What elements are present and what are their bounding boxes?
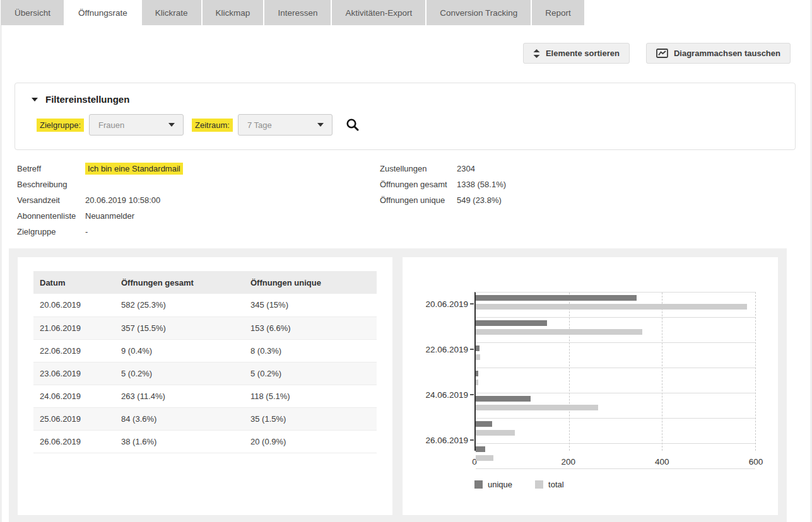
detail-value: 2304 (457, 164, 475, 173)
bar-total (476, 304, 747, 310)
bar-unique (476, 295, 637, 301)
swap-chart-axes-button[interactable]: Diagrammachsen tauschen (646, 43, 791, 64)
bar-unique (476, 446, 485, 452)
swap-chart-axes-label: Diagrammachsen tauschen (674, 49, 780, 58)
table-cell: 5 (0.2%) (244, 362, 377, 385)
chart-group-24-06-2019 (476, 396, 755, 419)
tab-bersicht[interactable]: Übersicht (1, 0, 64, 25)
chevron-down-icon (317, 123, 324, 127)
detail-value: 20.06.2019 10:58:00 (85, 195, 160, 205)
detail-row-abonnentenliste: AbonnentenlisteNeuanmelder (17, 208, 811, 224)
detail-label: Versandzeit (17, 195, 85, 205)
bar-total (476, 329, 642, 335)
chart-group-23-06-2019 (476, 371, 755, 393)
sort-elements-label: Elemente sortieren (546, 49, 620, 58)
table-cell: 21.06.2019 (33, 316, 115, 339)
tab-conversion-tracking[interactable]: Conversion Tracking (427, 0, 531, 25)
mailing-details: BetreffIch bin eine StandardmailBeschrei… (1, 161, 811, 240)
table-cell: 26.06.2019 (33, 430, 115, 453)
tab-interessen[interactable]: Interessen (264, 0, 331, 25)
ytick-label: 24.06.2019 (403, 390, 468, 400)
table-row: 24.06.2019263 (11.4%)118 (5.1%) (33, 385, 377, 407)
bar-unique (476, 345, 480, 351)
table-cell: 22.06.2019 (33, 339, 115, 362)
detail-value: - (85, 227, 88, 236)
search-button[interactable] (346, 118, 360, 132)
ytick-label: 26.06.2019 (403, 436, 468, 445)
chart-group-25-06-2019 (476, 421, 755, 444)
detail-label: Öffnungen unique (380, 195, 457, 205)
bar-total (476, 354, 480, 360)
table-row: 21.06.2019357 (15.5%)153 (6.6%) (33, 316, 377, 339)
detail-label: Betreff (17, 164, 85, 173)
ytick-mark (470, 394, 474, 395)
legend-label: unique (488, 480, 512, 489)
chart-group-26-06-2019 (476, 446, 755, 469)
ytick-mark (470, 349, 474, 350)
legend-swatch (535, 480, 543, 489)
filter-collapse-toggle[interactable]: Filtereinstellungen (32, 94, 795, 105)
ytick-mark (470, 303, 474, 304)
table-header-row: DatumÖffnungen gesamtÖffnungen unique (33, 271, 377, 294)
table-cell: 35 (1.5%) (244, 407, 377, 430)
tab-klickrate[interactable]: Klickrate (142, 0, 201, 25)
table-cell: 153 (6.6%) (244, 316, 377, 339)
detail-label: Beschreibung (17, 180, 85, 189)
chart-group-22-06-2019 (476, 345, 755, 368)
bar-total (476, 430, 515, 436)
chart-plot: 20.06.201922.06.201924.06.201926.06.2019 (474, 292, 756, 451)
toolbar: Elemente sortieren Diagrammachsen tausch… (1, 43, 791, 64)
tab-bar: ÜbersichtÖffnungsrateKlickrateKlickmapIn… (1, 0, 811, 25)
tab-ffnungsrate[interactable]: Öffnungsrate (65, 0, 141, 25)
table-cell: 8 (0.3%) (244, 339, 377, 362)
detail-row-ffnungen-gesamt: Öffnungen gesamt1338 (58.1%) (380, 177, 506, 192)
filter-label-zielgruppe: Zielgruppe: (37, 119, 84, 132)
line-chart-icon (656, 49, 668, 59)
tab-report[interactable]: Report (532, 0, 584, 25)
table-body: 20.06.2019582 (25.3%)345 (15%)21.06.2019… (33, 294, 377, 453)
table-column-header: Öffnungen unique (244, 271, 377, 294)
table-row: 20.06.2019582 (25.3%)345 (15%) (33, 294, 377, 316)
table-cell: 582 (25.3%) (115, 294, 244, 316)
table-cell: 23.06.2019 (33, 362, 115, 385)
table-cell: 118 (5.1%) (244, 385, 377, 407)
chart-group-21-06-2019 (476, 320, 755, 343)
detail-value: 1338 (58.1%) (457, 180, 506, 189)
chevron-down-icon (168, 123, 175, 127)
sort-arrows-icon (533, 49, 540, 58)
table-cell: 345 (15%) (244, 294, 377, 316)
detail-value: Ich bin eine Standardmail (85, 163, 183, 175)
openings-table: DatumÖffnungen gesamtÖffnungen unique 20… (33, 271, 377, 453)
table-cell: 20 (0.9%) (244, 430, 377, 453)
openings-chart-panel: 20.06.201922.06.201924.06.201926.06.2019… (403, 257, 778, 515)
sort-elements-button[interactable]: Elemente sortieren (523, 43, 630, 64)
legend-item-unique: unique (474, 480, 512, 489)
table-cell: 263 (11.4%) (115, 385, 244, 407)
legend-label: total (548, 480, 564, 489)
detail-label: Zielgruppe (17, 227, 85, 236)
dropdown-value: 7 Tage (247, 120, 317, 130)
filter-title: Filtereinstellungen (45, 94, 129, 105)
detail-value: 549 (23.8%) (457, 195, 502, 205)
table-cell: 5 (0.2%) (115, 362, 244, 385)
legend-swatch (474, 480, 483, 489)
bar-unique (476, 320, 547, 326)
bar-total (476, 380, 478, 385)
results-section: DatumÖffnungen gesamtÖffnungen unique 20… (9, 248, 787, 522)
ytick-label: 20.06.2019 (403, 299, 468, 309)
bar-total (476, 455, 493, 461)
legend-item-total: total (535, 480, 564, 489)
table-column-header: Datum (33, 271, 115, 294)
detail-label: Zustellungen (380, 164, 457, 173)
dropdown-value: Frauen (98, 120, 168, 130)
tab-aktivit-ten-export[interactable]: Aktivitäten-Export (332, 0, 425, 25)
openings-table-panel: DatumÖffnungen gesamtÖffnungen unique 20… (18, 257, 392, 515)
dropdown-zeitraum[interactable]: 7 Tage (238, 114, 332, 136)
tab-klickmap[interactable]: Klickmap (203, 0, 264, 25)
table-row: 23.06.20195 (0.2%)5 (0.2%) (33, 362, 377, 385)
chart-legend: uniquetotal (474, 480, 756, 489)
collapse-triangle-icon (32, 98, 38, 102)
table-cell: 357 (15.5%) (115, 316, 244, 339)
dropdown-zielgruppe[interactable]: Frauen (89, 114, 184, 136)
ytick-mark (470, 439, 474, 441)
